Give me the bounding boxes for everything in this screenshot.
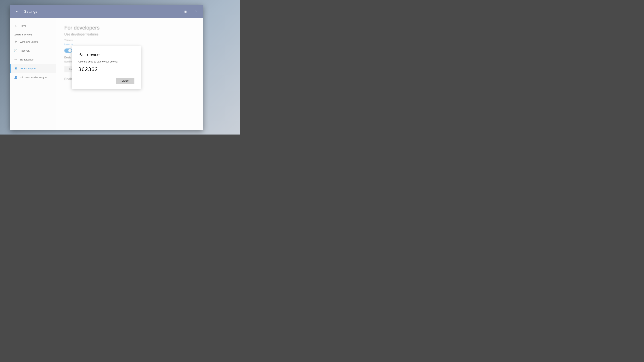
dialog-description: Use this code to pair to your device: bbox=[78, 60, 134, 63]
cancel-button[interactable]: Cancel bbox=[116, 78, 134, 84]
dialog-buttons: Cancel bbox=[78, 78, 134, 84]
pair-device-dialog: Pair device Use this code to pair to you… bbox=[72, 46, 141, 89]
content-area: ⌂ Home Update & Security ↻ Windows Updat… bbox=[10, 18, 203, 130]
dialog-title: Pair device bbox=[78, 52, 134, 57]
modal-overlay: Pair device Use this code to pair to you… bbox=[10, 18, 203, 130]
settings-window: ← Settings ⊡ ✕ ⌂ Home Update & Security … bbox=[10, 5, 203, 130]
pairing-code: 362362 bbox=[78, 66, 134, 72]
